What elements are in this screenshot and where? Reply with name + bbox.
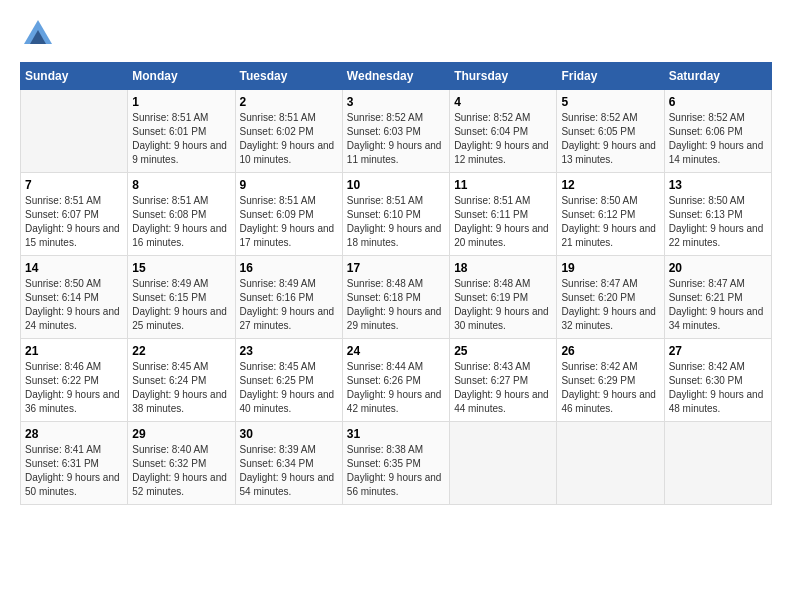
- day-cell: 29Sunrise: 8:40 AM Sunset: 6:32 PM Dayli…: [128, 422, 235, 505]
- day-header-friday: Friday: [557, 63, 664, 90]
- day-number: 8: [132, 178, 230, 192]
- day-detail: Sunrise: 8:49 AM Sunset: 6:16 PM Dayligh…: [240, 277, 338, 333]
- day-number: 2: [240, 95, 338, 109]
- day-cell: 20Sunrise: 8:47 AM Sunset: 6:21 PM Dayli…: [664, 256, 771, 339]
- day-cell: [450, 422, 557, 505]
- day-detail: Sunrise: 8:38 AM Sunset: 6:35 PM Dayligh…: [347, 443, 445, 499]
- day-detail: Sunrise: 8:44 AM Sunset: 6:26 PM Dayligh…: [347, 360, 445, 416]
- day-detail: Sunrise: 8:43 AM Sunset: 6:27 PM Dayligh…: [454, 360, 552, 416]
- day-detail: Sunrise: 8:39 AM Sunset: 6:34 PM Dayligh…: [240, 443, 338, 499]
- day-detail: Sunrise: 8:42 AM Sunset: 6:30 PM Dayligh…: [669, 360, 767, 416]
- day-header-monday: Monday: [128, 63, 235, 90]
- day-cell: 28Sunrise: 8:41 AM Sunset: 6:31 PM Dayli…: [21, 422, 128, 505]
- day-number: 29: [132, 427, 230, 441]
- day-cell: 11Sunrise: 8:51 AM Sunset: 6:11 PM Dayli…: [450, 173, 557, 256]
- day-cell: 21Sunrise: 8:46 AM Sunset: 6:22 PM Dayli…: [21, 339, 128, 422]
- day-detail: Sunrise: 8:51 AM Sunset: 6:01 PM Dayligh…: [132, 111, 230, 167]
- day-number: 21: [25, 344, 123, 358]
- day-number: 4: [454, 95, 552, 109]
- day-number: 10: [347, 178, 445, 192]
- day-detail: Sunrise: 8:51 AM Sunset: 6:09 PM Dayligh…: [240, 194, 338, 250]
- day-number: 6: [669, 95, 767, 109]
- day-number: 27: [669, 344, 767, 358]
- day-detail: Sunrise: 8:51 AM Sunset: 6:07 PM Dayligh…: [25, 194, 123, 250]
- day-number: 23: [240, 344, 338, 358]
- day-cell: 30Sunrise: 8:39 AM Sunset: 6:34 PM Dayli…: [235, 422, 342, 505]
- day-cell: 10Sunrise: 8:51 AM Sunset: 6:10 PM Dayli…: [342, 173, 449, 256]
- day-detail: Sunrise: 8:47 AM Sunset: 6:21 PM Dayligh…: [669, 277, 767, 333]
- day-number: 3: [347, 95, 445, 109]
- week-row-4: 21Sunrise: 8:46 AM Sunset: 6:22 PM Dayli…: [21, 339, 772, 422]
- day-number: 26: [561, 344, 659, 358]
- day-cell: 22Sunrise: 8:45 AM Sunset: 6:24 PM Dayli…: [128, 339, 235, 422]
- day-number: 16: [240, 261, 338, 275]
- day-cell: 31Sunrise: 8:38 AM Sunset: 6:35 PM Dayli…: [342, 422, 449, 505]
- day-number: 30: [240, 427, 338, 441]
- day-detail: Sunrise: 8:52 AM Sunset: 6:05 PM Dayligh…: [561, 111, 659, 167]
- day-cell: 3Sunrise: 8:52 AM Sunset: 6:03 PM Daylig…: [342, 90, 449, 173]
- day-detail: Sunrise: 8:52 AM Sunset: 6:03 PM Dayligh…: [347, 111, 445, 167]
- day-detail: Sunrise: 8:51 AM Sunset: 6:08 PM Dayligh…: [132, 194, 230, 250]
- day-detail: Sunrise: 8:50 AM Sunset: 6:12 PM Dayligh…: [561, 194, 659, 250]
- day-detail: Sunrise: 8:40 AM Sunset: 6:32 PM Dayligh…: [132, 443, 230, 499]
- day-detail: Sunrise: 8:42 AM Sunset: 6:29 PM Dayligh…: [561, 360, 659, 416]
- day-detail: Sunrise: 8:51 AM Sunset: 6:11 PM Dayligh…: [454, 194, 552, 250]
- logo: [20, 16, 56, 52]
- week-row-3: 14Sunrise: 8:50 AM Sunset: 6:14 PM Dayli…: [21, 256, 772, 339]
- week-row-1: 1Sunrise: 8:51 AM Sunset: 6:01 PM Daylig…: [21, 90, 772, 173]
- day-number: 18: [454, 261, 552, 275]
- day-cell: 26Sunrise: 8:42 AM Sunset: 6:29 PM Dayli…: [557, 339, 664, 422]
- day-header-saturday: Saturday: [664, 63, 771, 90]
- day-detail: Sunrise: 8:51 AM Sunset: 6:02 PM Dayligh…: [240, 111, 338, 167]
- day-cell: 1Sunrise: 8:51 AM Sunset: 6:01 PM Daylig…: [128, 90, 235, 173]
- day-detail: Sunrise: 8:47 AM Sunset: 6:20 PM Dayligh…: [561, 277, 659, 333]
- calendar-table: SundayMondayTuesdayWednesdayThursdayFrid…: [20, 62, 772, 505]
- day-number: 17: [347, 261, 445, 275]
- day-cell: 19Sunrise: 8:47 AM Sunset: 6:20 PM Dayli…: [557, 256, 664, 339]
- day-detail: Sunrise: 8:49 AM Sunset: 6:15 PM Dayligh…: [132, 277, 230, 333]
- day-cell: 7Sunrise: 8:51 AM Sunset: 6:07 PM Daylig…: [21, 173, 128, 256]
- day-header-thursday: Thursday: [450, 63, 557, 90]
- day-detail: Sunrise: 8:50 AM Sunset: 6:14 PM Dayligh…: [25, 277, 123, 333]
- day-number: 14: [25, 261, 123, 275]
- day-cell: 16Sunrise: 8:49 AM Sunset: 6:16 PM Dayli…: [235, 256, 342, 339]
- week-row-2: 7Sunrise: 8:51 AM Sunset: 6:07 PM Daylig…: [21, 173, 772, 256]
- day-number: 20: [669, 261, 767, 275]
- header-row: [20, 16, 772, 52]
- day-number: 15: [132, 261, 230, 275]
- day-cell: 12Sunrise: 8:50 AM Sunset: 6:12 PM Dayli…: [557, 173, 664, 256]
- day-cell: 24Sunrise: 8:44 AM Sunset: 6:26 PM Dayli…: [342, 339, 449, 422]
- header-row-days: SundayMondayTuesdayWednesdayThursdayFrid…: [21, 63, 772, 90]
- day-cell: 13Sunrise: 8:50 AM Sunset: 6:13 PM Dayli…: [664, 173, 771, 256]
- day-detail: Sunrise: 8:48 AM Sunset: 6:18 PM Dayligh…: [347, 277, 445, 333]
- day-cell: 5Sunrise: 8:52 AM Sunset: 6:05 PM Daylig…: [557, 90, 664, 173]
- day-cell: 2Sunrise: 8:51 AM Sunset: 6:02 PM Daylig…: [235, 90, 342, 173]
- day-header-tuesday: Tuesday: [235, 63, 342, 90]
- day-cell: 18Sunrise: 8:48 AM Sunset: 6:19 PM Dayli…: [450, 256, 557, 339]
- logo-icon: [20, 16, 56, 52]
- day-cell: 14Sunrise: 8:50 AM Sunset: 6:14 PM Dayli…: [21, 256, 128, 339]
- day-number: 28: [25, 427, 123, 441]
- day-detail: Sunrise: 8:46 AM Sunset: 6:22 PM Dayligh…: [25, 360, 123, 416]
- day-number: 22: [132, 344, 230, 358]
- week-row-5: 28Sunrise: 8:41 AM Sunset: 6:31 PM Dayli…: [21, 422, 772, 505]
- day-detail: Sunrise: 8:52 AM Sunset: 6:06 PM Dayligh…: [669, 111, 767, 167]
- day-detail: Sunrise: 8:45 AM Sunset: 6:24 PM Dayligh…: [132, 360, 230, 416]
- day-number: 5: [561, 95, 659, 109]
- day-cell: 25Sunrise: 8:43 AM Sunset: 6:27 PM Dayli…: [450, 339, 557, 422]
- day-header-wednesday: Wednesday: [342, 63, 449, 90]
- day-cell: 8Sunrise: 8:51 AM Sunset: 6:08 PM Daylig…: [128, 173, 235, 256]
- day-detail: Sunrise: 8:51 AM Sunset: 6:10 PM Dayligh…: [347, 194, 445, 250]
- day-number: 24: [347, 344, 445, 358]
- day-cell: [21, 90, 128, 173]
- day-cell: 17Sunrise: 8:48 AM Sunset: 6:18 PM Dayli…: [342, 256, 449, 339]
- day-detail: Sunrise: 8:50 AM Sunset: 6:13 PM Dayligh…: [669, 194, 767, 250]
- day-number: 7: [25, 178, 123, 192]
- day-header-sunday: Sunday: [21, 63, 128, 90]
- day-number: 31: [347, 427, 445, 441]
- day-number: 1: [132, 95, 230, 109]
- day-cell: [557, 422, 664, 505]
- day-cell: 15Sunrise: 8:49 AM Sunset: 6:15 PM Dayli…: [128, 256, 235, 339]
- day-cell: [664, 422, 771, 505]
- day-cell: 4Sunrise: 8:52 AM Sunset: 6:04 PM Daylig…: [450, 90, 557, 173]
